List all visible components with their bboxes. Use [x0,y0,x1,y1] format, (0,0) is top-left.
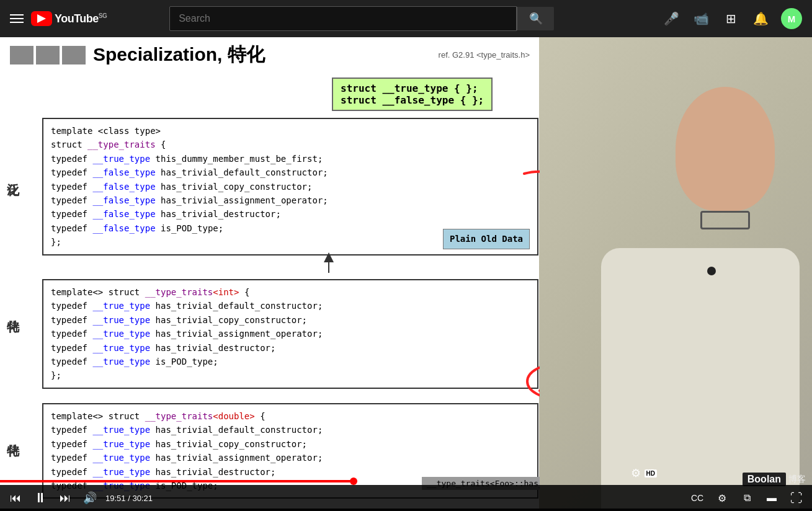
hd-quality-badge: HD [645,469,657,478]
code-line: template<> struct __type_traits<int> { [51,285,530,299]
search-icon: 🔍 [529,12,543,25]
country-badge: SG [99,12,107,19]
hd-settings-area: ⚙ HD [631,466,657,480]
settings-gear-icon[interactable]: ⚙ [631,466,641,480]
search-input-wrapper [169,6,517,31]
top-navigation-bar: YouTubeSG 🔍 🎤 📹 ⊞ 🔔 M [0,0,812,37]
slide-gray-boxes [10,46,86,64]
slide-header: Specialization, 特化 ref. G2.91 <type_trai… [0,37,540,73]
video-controls-bar: ⏮ ⏸ ⏭ 🔊 19:51 / 30:21 CC ⚙ ⧉ ▬ ⛶ [0,485,812,511]
time-total: 30:21 [132,494,153,503]
gray-box-2 [36,46,60,64]
presenter-background [539,37,812,509]
volume-button[interactable]: 🔊 [81,489,99,507]
miniplayer-button[interactable]: ⧉ [738,489,756,507]
subtitles-button[interactable]: CC [688,489,707,507]
right-icons-group: 🎤 📹 ⊞ 🔔 M [662,8,802,29]
presenter-glasses [700,211,750,229]
presenter-video: Boolan 博客 [539,37,812,509]
play-next-button[interactable]: ⏭ [56,489,74,507]
youtube-text: YouTube [55,12,99,25]
apps-grid-icon[interactable]: ⊞ [721,9,740,28]
code-line: typedef __true_type has_trivial_default_… [51,423,530,437]
video-progress-fill [0,480,354,482]
search-input[interactable] [170,7,516,30]
code-line: struct __type_traits { [51,138,530,151]
hamburger-menu-icon[interactable] [10,14,24,23]
slide-title: Specialization, 特化 [93,42,431,68]
search-button[interactable]: 🔍 [517,7,554,30]
code-line: template <class type> [51,124,530,138]
settings-button[interactable]: ⚙ [713,489,731,507]
code-line: typedef __true_type has_trivial_assignme… [51,327,530,340]
time-display: 19:51 / 30:21 [105,494,153,503]
search-bar: 🔍 [169,6,554,31]
code-block-int-specialization: template<> struct __type_traits<int> { t… [42,279,538,389]
create-video-icon[interactable]: 📹 [692,9,710,28]
code-line: template<> struct __type_traits<double> … [51,409,530,423]
fullscreen-button[interactable]: ⛶ [787,489,806,507]
boolan-logo-text: Boolan [743,473,786,486]
youtube-logo-area[interactable]: YouTubeSG [31,11,107,26]
play-pause-button[interactable]: ⏸ [31,489,50,507]
false-type-line: struct __false_type { }; [341,94,484,106]
code-line: typedef __false_type has_trivial_copy_co… [51,180,530,193]
boolan-chinese-text: 博客 [788,474,806,485]
true-type-line: struct __true_type { }; [341,82,484,94]
gray-box-3 [62,46,86,64]
play-previous-button[interactable]: ⏮ [6,489,25,507]
slide-content: Specialization, 特化 ref. G2.91 <type_trai… [0,37,540,509]
video-player-area: Specialization, 特化 ref. G2.91 <type_trai… [0,37,812,511]
boolan-watermark: Boolan 博客 [743,473,806,486]
time-current: 19:51 [105,494,126,503]
code-line: typedef __true_type has_trivial_copy_con… [51,437,530,451]
code-line: typedef __true_type this_dummy_member_mu… [51,152,530,166]
presenter-head [676,87,775,211]
code-line: typedef __false_type has_trivial_default… [51,166,530,179]
code-line: typedef __true_type has_trivial_default_… [51,299,530,313]
theater-mode-button[interactable]: ▬ [762,489,781,507]
youtube-wordmark: YouTubeSG [55,12,107,25]
ref-text: ref. G2.91 <type_traits.h> [439,50,530,60]
true-false-type-box: struct __true_type { }; struct __false_t… [332,78,493,111]
microphone-clip [707,267,716,275]
code-line: typedef __false_type has_trivial_assignm… [51,193,530,207]
gray-box-1 [10,46,33,64]
microphone-icon[interactable]: 🎤 [662,9,680,28]
code-line: typedef __true_type has_trivial_assignme… [51,451,530,464]
code-line: typedef __true_type is_POD_type; [51,355,530,368]
video-progress-dot [350,478,357,485]
code-line: typedef __true_type has_trivial_destruct… [51,341,530,355]
code-block-generalization: template <class type> struct __type_trai… [42,118,538,256]
youtube-logo-icon [31,11,52,26]
code-line: typedef __false_type has_trivial_destruc… [51,207,530,221]
code-line: typedef __true_type has_trivial_copy_con… [51,313,530,327]
notifications-icon[interactable]: 🔔 [751,9,770,28]
user-avatar[interactable]: M [781,8,802,29]
plain-old-data-label: Plain Old Data [443,229,530,249]
code-line: }; [51,368,530,382]
